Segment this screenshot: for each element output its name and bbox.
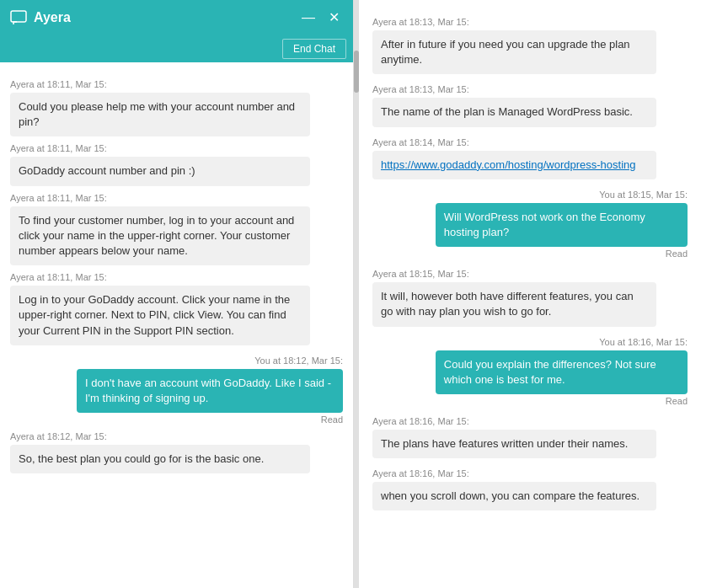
timestamp: Ayera at 18:12, Mar 15: (10, 431, 343, 441)
agent-message: The name of the plan is Managed WordPres… (372, 98, 656, 126)
user-message: I don't have an account with GoDaddy. Li… (77, 369, 343, 413)
agent-message: The plans have features written under th… (372, 430, 656, 458)
timestamp: Ayera at 18:13, Mar 15: (372, 84, 688, 94)
read-label: Read (666, 249, 688, 259)
svg-rect-0 (11, 11, 26, 22)
user-timestamp: You at 18:15, Mar 15: (599, 190, 688, 200)
minimize-button[interactable]: — (298, 9, 318, 26)
user-message-wrapper: You at 18:12, Mar 15: I don't have an ac… (10, 349, 343, 425)
agent-message: Log in to your GoDaddy account. Click yo… (10, 286, 310, 345)
user-message-wrapper: You at 18:15, Mar 15: Will WordPress not… (372, 183, 688, 259)
timestamp: Ayera at 18:16, Mar 15: (372, 416, 688, 426)
timestamp: Ayera at 18:15, Mar 15: (372, 269, 688, 279)
agent-message-link: https://www.godaddy.com/hosting/wordpres… (372, 151, 656, 179)
user-message: Will WordPress not work on the Economy h… (436, 203, 688, 247)
left-messages-area[interactable]: Ayera at 18:11, Mar 15: Could you please… (0, 62, 353, 588)
agent-message: So, the best plan you could go for is th… (10, 445, 310, 473)
user-timestamp: You at 18:12, Mar 15: (254, 355, 343, 366)
godaddy-link[interactable]: https://www.godaddy.com/hosting/wordpres… (381, 158, 636, 171)
read-label: Read (666, 396, 688, 406)
timestamp: Ayera at 18:11, Mar 15: (10, 79, 343, 89)
chat-icon (10, 10, 27, 25)
header-left: Ayera (10, 10, 71, 25)
user-message: Could you explain the differences? Not s… (436, 350, 688, 394)
close-button[interactable]: ✕ (325, 9, 343, 26)
chat-title: Ayera (34, 10, 71, 25)
agent-message: when you scroll down, you can compare th… (372, 482, 656, 510)
agent-message: Could you please help me with your accou… (10, 93, 310, 136)
user-timestamp: You at 18:16, Mar 15: (599, 337, 688, 347)
chat-header: Ayera — ✕ (0, 0, 353, 35)
header-actions: — ✕ (298, 9, 343, 26)
timestamp: Ayera at 18:11, Mar 15: (10, 193, 343, 203)
right-chat-panel[interactable]: Ayera at 18:13, Mar 15: After in future … (359, 0, 701, 588)
timestamp: Ayera at 18:16, Mar 15: (372, 468, 688, 478)
timestamp: Ayera at 18:11, Mar 15: (10, 272, 343, 282)
agent-message: It will, however both have different fea… (372, 282, 656, 326)
left-chat-panel: Ayera — ✕ End Chat Ayera at 18:11, Mar 1… (0, 0, 354, 588)
read-label: Read (321, 414, 343, 425)
user-message-wrapper: You at 18:16, Mar 15: Could you explain … (372, 330, 688, 406)
end-chat-button[interactable]: End Chat (282, 39, 346, 59)
agent-message: After in future if you need you can upgr… (372, 30, 656, 74)
top-bar: End Chat (0, 35, 353, 62)
agent-message: GoDaddy account number and pin :) (10, 157, 310, 185)
timestamp: Ayera at 18:13, Mar 15: (372, 17, 688, 27)
agent-message: To find your customer number, log in to … (10, 206, 310, 266)
timestamp: Ayera at 18:11, Mar 15: (10, 143, 343, 153)
timestamp: Ayera at 18:14, Mar 15: (372, 137, 688, 147)
